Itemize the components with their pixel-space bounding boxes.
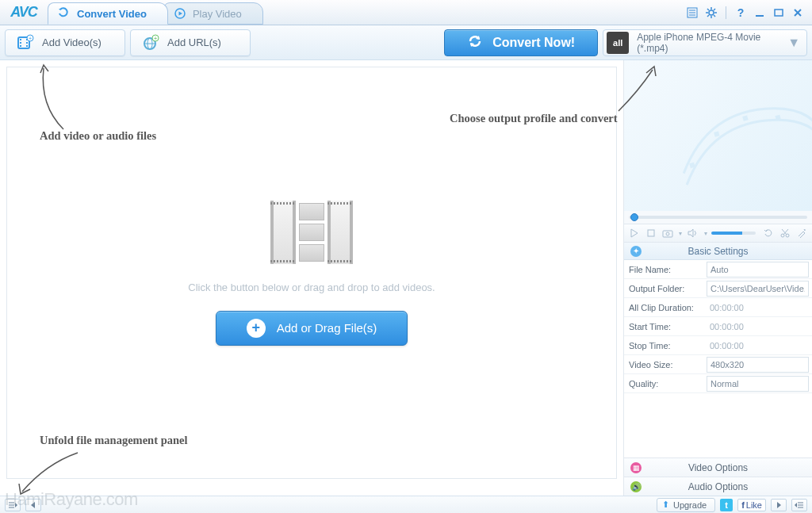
convert-now-label: Convert Now! [492, 36, 575, 50]
basic-settings-panel: File Name: Output Folder: All Clip Durat… [624, 260, 812, 393]
convert-tab-icon [58, 7, 71, 20]
upgrade-arrow-icon: ⬆ [662, 500, 669, 510]
app-logo: AVC [0, 0, 48, 25]
volume-slider[interactable] [711, 232, 756, 235]
video-size-select[interactable]: 480x320 [707, 357, 809, 373]
play-tab-icon [174, 7, 186, 20]
audio-options-label: Audio Options [630, 481, 806, 492]
add-or-drag-button[interactable]: + Add or Drag File(s) [216, 311, 408, 346]
stop-icon[interactable] [644, 226, 658, 240]
plus-circle-icon: + [247, 319, 266, 338]
main-area: Click the button below or drag and drop … [0, 60, 812, 496]
panel-toggle-left-icon[interactable] [5, 499, 21, 511]
help-icon[interactable]: ? [733, 5, 749, 21]
svg-rect-21 [20, 45, 21, 47]
toolbar: + Add Video(s) + Add URL(s) Convert Now!… [0, 25, 812, 60]
video-options-row[interactable]: ▦ Video Options [624, 457, 812, 477]
separator [726, 6, 726, 19]
tab-play-label: Play Video [193, 8, 242, 20]
preview-controls: ▾ ▾ [624, 224, 812, 243]
play-icon[interactable] [627, 226, 642, 240]
profile-label: Apple iPhone MPEG-4 Movie (*.mp4) [637, 32, 779, 54]
upgrade-button[interactable]: ⬆ Upgrade [657, 498, 715, 512]
minimize-icon[interactable] [752, 5, 768, 21]
profile-format-icon: all [607, 32, 629, 54]
titlebar-controls: ? [678, 0, 812, 25]
svg-rect-37 [663, 231, 672, 237]
snapshot-dropdown-icon[interactable]: ▾ [677, 226, 684, 240]
add-or-drag-label: Add or Drag File(s) [277, 321, 377, 335]
twitter-icon[interactable]: t [720, 499, 733, 511]
file-name-input[interactable] [707, 262, 809, 278]
row-video-size: Video Size: 480x320 [624, 355, 812, 374]
output-profile-selector[interactable]: all Apple iPhone MPEG-4 Movie (*.mp4) ▼ [603, 29, 807, 56]
svg-rect-24 [26, 45, 28, 47]
main-tabs: Convert Video Play Video [48, 0, 678, 25]
svg-point-5 [709, 10, 714, 15]
menu-list-icon[interactable] [684, 5, 700, 21]
film-placeholder-icon [264, 201, 359, 264]
video-options-label: Video Options [630, 462, 806, 473]
svg-rect-33 [714, 131, 719, 136]
scrub-bar[interactable] [624, 211, 812, 224]
basic-settings-label: Basic Settings [630, 246, 806, 257]
convert-refresh-icon [467, 33, 483, 52]
panel-toggle-right-icon[interactable] [791, 499, 807, 511]
start-time-value: 00:00:00 [707, 322, 744, 331]
close-icon[interactable] [790, 5, 806, 21]
svg-line-10 [707, 9, 709, 10]
tab-convert-video[interactable]: Convert Video [48, 2, 168, 25]
svg-point-38 [666, 232, 669, 235]
rotate-icon[interactable] [761, 226, 776, 240]
output-folder-input[interactable] [707, 281, 809, 297]
row-all-clip-duration: All Clip Duration: 00:00:00 [624, 298, 812, 317]
svg-rect-36 [648, 230, 654, 236]
tab-play-video[interactable]: Play Video [163, 2, 263, 25]
row-output-folder: Output Folder: [624, 279, 812, 298]
settings-gear-icon[interactable] [703, 5, 719, 21]
scrub-thumb[interactable] [630, 213, 638, 221]
volume-icon[interactable] [686, 226, 700, 240]
add-urls-button[interactable]: + Add URL(s) [130, 29, 251, 56]
drop-hint-text: Click the button below or drag and drop … [188, 281, 435, 293]
facebook-like-button[interactable]: f Like [737, 499, 766, 511]
drop-canvas[interactable]: Click the button below or drag and drop … [6, 67, 617, 479]
svg-rect-19 [20, 39, 21, 40]
tab-convert-label: Convert Video [77, 8, 147, 20]
snapshot-icon[interactable] [661, 226, 675, 240]
right-panel: ▾ ▾ ✦ Basic Settings File Name: Output F… [623, 60, 812, 496]
svg-rect-20 [20, 42, 21, 44]
add-url-icon: + [142, 34, 159, 52]
all-clip-value: 00:00:00 [707, 303, 744, 312]
convert-now-button[interactable]: Convert Now! [444, 29, 598, 56]
effects-icon[interactable] [795, 226, 809, 240]
like-label: Like [746, 500, 762, 510]
quality-select[interactable]: Normal [707, 376, 809, 392]
audio-options-row[interactable]: 🔊 Audio Options [624, 477, 812, 496]
row-start-time: Start Time: 00:00:00 [624, 317, 812, 336]
basic-settings-header[interactable]: ✦ Basic Settings [624, 243, 812, 260]
cut-icon[interactable] [778, 226, 792, 240]
svg-line-12 [707, 15, 709, 17]
title-bar: AVC Convert Video Play Video ? [0, 0, 812, 25]
svg-line-13 [714, 9, 715, 10]
row-file-name: File Name: [624, 260, 812, 279]
video-preview [624, 60, 812, 211]
panel-collapse-right-icon[interactable] [771, 499, 787, 511]
row-quality: Quality: Normal [624, 374, 812, 393]
volume-dropdown-icon[interactable]: ▾ [703, 226, 709, 240]
left-pane: Click the button below or drag and drop … [0, 60, 623, 496]
panel-collapse-left-icon[interactable] [25, 499, 41, 511]
maximize-icon[interactable] [771, 5, 787, 21]
add-videos-button[interactable]: + Add Video(s) [5, 29, 125, 56]
add-urls-label: Add URL(s) [167, 36, 221, 48]
status-bar: ⬆ Upgrade t f Like [0, 496, 812, 513]
svg-text:+: + [29, 36, 32, 41]
row-stop-time: Stop Time: 00:00:00 [624, 336, 812, 355]
svg-rect-15 [775, 10, 783, 16]
svg-line-11 [714, 15, 715, 17]
upgrade-label: Upgrade [673, 500, 707, 510]
chevron-down-icon: ▼ [787, 36, 800, 50]
stop-time-value: 00:00:00 [707, 341, 744, 350]
svg-text:+: + [154, 36, 157, 41]
